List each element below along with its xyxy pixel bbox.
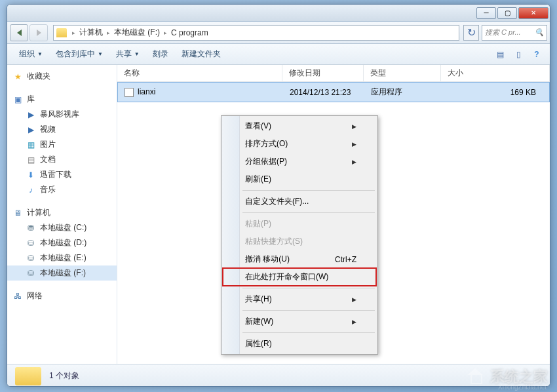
- sidebar-item-videos[interactable]: ▶视频: [7, 122, 117, 137]
- search-icon: 🔍: [535, 28, 544, 37]
- ctx-undo-move[interactable]: 撤消 移动(U)Ctrl+Z: [223, 250, 376, 268]
- drive-icon: ⛃: [26, 223, 36, 233]
- sidebar-libraries[interactable]: ▣库: [7, 92, 117, 107]
- chevron-down-icon: ▼: [98, 51, 103, 57]
- ctx-open-cmd-here[interactable]: 在此处打开命令窗口(W): [223, 268, 376, 286]
- exe-icon: [125, 88, 134, 97]
- search-placeholder: 搜索 C pr...: [485, 28, 521, 37]
- sidebar-favorites[interactable]: ★收藏夹: [7, 69, 117, 84]
- sidebar-network[interactable]: 🖧网络: [7, 288, 117, 304]
- column-type[interactable]: 类型: [364, 65, 441, 81]
- refresh-button[interactable]: ↻: [463, 25, 479, 41]
- folder-icon: [56, 28, 67, 37]
- close-icon: ✕: [531, 9, 536, 16]
- minimize-icon: ─: [484, 9, 488, 16]
- context-menu-separator: [242, 190, 375, 191]
- sidebar-item-xunlei[interactable]: ⬇迅雷下载: [7, 167, 117, 182]
- ctx-group[interactable]: 分组依据(P)▶: [223, 153, 376, 170]
- ctx-share-with[interactable]: 共享(H)▶: [223, 290, 376, 308]
- ctx-shortcut: Ctrl+Z: [335, 255, 356, 264]
- sidebar-item-pictures[interactable]: ▦图片: [7, 137, 117, 152]
- file-name: lianxi: [138, 87, 155, 96]
- submenu-arrow-icon: ▶: [352, 141, 356, 147]
- breadcrumb-folder[interactable]: C program: [168, 28, 211, 37]
- breadcrumb-computer[interactable]: 计算机: [77, 27, 106, 38]
- share-button[interactable]: 共享▼: [109, 46, 146, 62]
- navigation-sidebar: ★收藏夹 ▣库 ▶暴风影视库 ▶视频 ▦图片 ▤文档 ⬇迅雷下载 ♪音乐 🖥计算…: [7, 65, 117, 364]
- ctx-sort[interactable]: 排序方式(O)▶: [223, 135, 376, 153]
- ctx-customize-folder[interactable]: 自定义文件夹(F)...: [223, 193, 376, 210]
- chevron-down-icon: ▼: [37, 51, 43, 57]
- ctx-view[interactable]: 查看(V)▶: [223, 117, 376, 135]
- ctx-paste: 粘贴(P): [223, 215, 376, 233]
- submenu-arrow-icon: ▶: [352, 319, 356, 325]
- pictures-icon: ▦: [26, 140, 36, 150]
- file-row[interactable]: lianxi 2014/12/13 21:23 应用程序 169 KB: [117, 82, 550, 102]
- drive-icon: ⛁: [26, 238, 36, 248]
- arrow-right-icon: [37, 29, 41, 36]
- sidebar-item-drive-e[interactable]: ⛁本地磁盘 (E:): [7, 250, 117, 265]
- column-name[interactable]: 名称: [117, 65, 282, 81]
- search-input[interactable]: 搜索 C pr...🔍: [482, 25, 547, 41]
- download-icon: ⬇: [26, 170, 36, 180]
- preview-icon: ▯: [516, 50, 521, 59]
- star-icon: ★: [12, 71, 23, 82]
- view-options-button[interactable]: ▤: [492, 47, 508, 62]
- arrow-left-icon: [17, 29, 22, 36]
- new-folder-button[interactable]: 新建文件夹: [175, 46, 227, 62]
- chevron-right-icon: ▸: [107, 29, 110, 36]
- toolbar: 组织▼ 包含到库中▼ 共享▼ 刻录 新建文件夹 ▤ ▯ ?: [7, 44, 550, 65]
- view-icon: ▤: [497, 50, 504, 59]
- file-type: 应用程序: [364, 85, 442, 99]
- submenu-arrow-icon: ▶: [352, 296, 356, 303]
- organize-button[interactable]: 组织▼: [12, 46, 49, 62]
- context-menu-separator: [242, 332, 375, 333]
- ctx-refresh[interactable]: 刷新(E): [223, 170, 376, 188]
- ctx-paste-shortcut: 粘贴快捷方式(S): [223, 233, 376, 250]
- maximize-icon: ▢: [505, 9, 510, 16]
- file-size: 169 KB: [442, 87, 549, 98]
- chevron-right-icon: ▸: [72, 29, 75, 36]
- sidebar-item-drive-c[interactable]: ⛃本地磁盘 (C:): [7, 220, 117, 235]
- address-bar[interactable]: ▸ 计算机 ▸ 本地磁盘 (F:) ▸ C program: [53, 25, 459, 41]
- help-button[interactable]: ?: [529, 47, 545, 62]
- libraries-icon: ▣: [12, 94, 23, 105]
- file-modified: 2014/12/13 21:23: [283, 87, 364, 98]
- sidebar-item-documents[interactable]: ▤文档: [7, 152, 117, 167]
- video-icon: ▶: [26, 125, 36, 135]
- context-menu-separator: [242, 310, 375, 311]
- close-button[interactable]: ✕: [518, 7, 548, 19]
- burn-button[interactable]: 刻录: [146, 46, 175, 62]
- context-menu-separator: [242, 288, 375, 288]
- titlebar: ─ ▢ ✕: [7, 5, 550, 22]
- video-icon: ▶: [26, 109, 36, 120]
- column-size[interactable]: 大小: [441, 65, 550, 81]
- back-button[interactable]: [10, 24, 28, 41]
- ctx-new[interactable]: 新建(W)▶: [223, 313, 376, 330]
- ctx-properties[interactable]: 属性(R): [223, 335, 376, 353]
- context-menu-separator: [242, 212, 375, 213]
- minimize-button[interactable]: ─: [476, 7, 496, 19]
- sidebar-item-music[interactable]: ♪音乐: [7, 182, 117, 197]
- sidebar-item-baofeng[interactable]: ▶暴风影视库: [7, 107, 117, 122]
- house-icon: [465, 368, 485, 385]
- chevron-right-icon: ▸: [164, 29, 167, 36]
- column-modified[interactable]: 修改日期: [282, 65, 364, 81]
- submenu-arrow-icon: ▶: [352, 123, 356, 130]
- drive-icon: ⛁: [26, 268, 36, 279]
- breadcrumb-drive-f[interactable]: 本地磁盘 (F:): [111, 27, 163, 38]
- drive-icon: ⛁: [26, 253, 36, 264]
- maximize-button[interactable]: ▢: [497, 7, 517, 19]
- include-in-library-button[interactable]: 包含到库中▼: [49, 46, 109, 62]
- preview-pane-button[interactable]: ▯: [510, 47, 526, 62]
- chevron-down-icon: ▼: [134, 51, 140, 57]
- sidebar-item-drive-d[interactable]: ⛁本地磁盘 (D:): [7, 235, 117, 250]
- forward-button[interactable]: [29, 24, 48, 41]
- network-icon: 🖧: [12, 291, 23, 302]
- sidebar-item-drive-f[interactable]: ⛁本地磁盘 (F:): [7, 265, 117, 281]
- refresh-icon: ↻: [467, 26, 476, 39]
- help-icon: ?: [534, 50, 539, 59]
- context-menu: 查看(V)▶ 排序方式(O)▶ 分组依据(P)▶ 刷新(E) 自定义文件夹(F)…: [221, 115, 378, 355]
- sidebar-computer[interactable]: 🖥计算机: [7, 205, 117, 220]
- watermark-url: XiTongZhiJia.net: [498, 383, 547, 391]
